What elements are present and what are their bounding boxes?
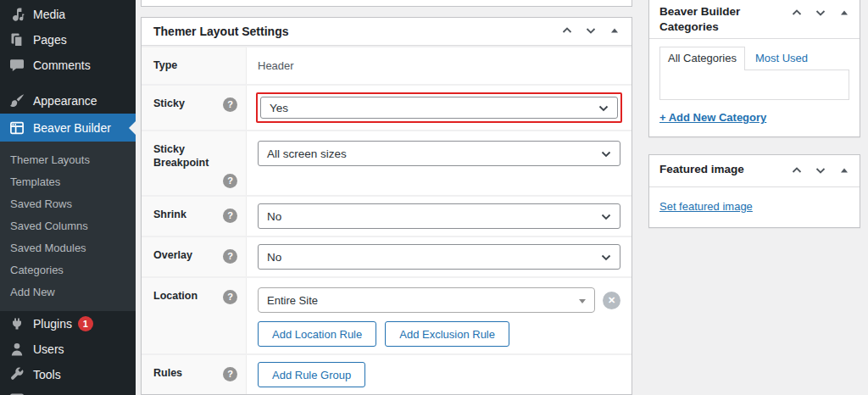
- beaver-builder-icon: [8, 120, 25, 136]
- sidebar-item-tools[interactable]: Tools: [0, 362, 136, 387]
- field-label: Location: [153, 290, 198, 303]
- add-location-rule-button[interactable]: Add Location Rule: [258, 321, 376, 347]
- location-select[interactable]: Entire Site: [258, 287, 595, 313]
- type-value-cell: Header: [247, 47, 632, 84]
- sidebar-item-label: Plugins: [33, 317, 72, 331]
- move-up-button[interactable]: [555, 20, 579, 42]
- bb-categories-metabox: Beaver Builder Categories All Categories…: [648, 0, 860, 137]
- metabox-header: Featured image: [649, 155, 860, 187]
- chevron-up-icon: [560, 24, 574, 40]
- collapse-toggle-button[interactable]: [832, 160, 856, 182]
- tab-most-used[interactable]: Most Used: [745, 47, 818, 70]
- comments-icon: [8, 57, 25, 74]
- chevron-down-icon: [814, 164, 827, 180]
- remove-location-icon[interactable]: ✕: [603, 292, 620, 309]
- location-row: Location ? Entire Site ✕ Add Location Ru…: [142, 276, 632, 353]
- selected-option: All screen sizes: [267, 147, 347, 160]
- rules-value-cell: Add Rule Group: [247, 355, 632, 394]
- previous-metabox-edge: [141, 0, 632, 7]
- field-label: Sticky: [153, 97, 185, 111]
- add-rule-group-button[interactable]: Add Rule Group: [258, 362, 365, 387]
- type-value: Header: [258, 54, 620, 77]
- right-sidebar-column: Beaver Builder Categories All Categories…: [648, 0, 860, 228]
- sidebar-item-pages[interactable]: Pages: [0, 27, 136, 53]
- overlay-select[interactable]: No: [258, 244, 620, 270]
- help-icon[interactable]: ?: [223, 209, 237, 223]
- category-list-box[interactable]: [659, 70, 849, 100]
- metabox-body: Set featured image: [649, 187, 860, 227]
- sidebar-subitem-saved-rows[interactable]: Saved Rows: [0, 192, 136, 214]
- sticky-value-cell: Yes: [247, 86, 632, 130]
- shrink-label-cell: Shrink ?: [142, 197, 247, 236]
- move-up-button[interactable]: [785, 160, 809, 182]
- add-exclusion-rule-button[interactable]: Add Exclusion Rule: [385, 321, 509, 347]
- help-icon[interactable]: ?: [223, 367, 237, 381]
- sidebar-item-users[interactable]: Users: [0, 337, 136, 362]
- help-icon[interactable]: ?: [223, 97, 237, 112]
- chevron-up-icon: [790, 6, 804, 22]
- plugins-icon: [8, 315, 25, 332]
- sidebar-subitem-saved-columns[interactable]: Saved Columns: [0, 214, 136, 236]
- sidebar-item-label: Appearance: [33, 94, 97, 108]
- help-icon[interactable]: ?: [223, 290, 237, 304]
- highlight-red-box: Yes: [256, 92, 622, 123]
- tab-all-categories[interactable]: All Categories: [659, 47, 745, 70]
- chevron-down-icon: [597, 102, 610, 118]
- set-featured-image-link[interactable]: Set featured image: [659, 200, 753, 213]
- sticky-breakpoint-row: Sticky Breakpoint ? All screen sizes: [142, 130, 632, 195]
- chevron-down-icon: [599, 210, 613, 226]
- menu-separator: [0, 78, 136, 88]
- shrink-select[interactable]: No: [258, 203, 620, 229]
- chevron-down-icon: [814, 6, 827, 22]
- triangle-up-icon: [839, 165, 849, 178]
- type-row: Type Header: [142, 46, 632, 84]
- sticky-breakpoint-select[interactable]: All screen sizes: [258, 141, 620, 166]
- shrink-value-cell: No: [247, 197, 632, 236]
- sidebar-subitem-templates[interactable]: Templates: [0, 170, 136, 192]
- metabox-title: Beaver Builder Categories: [659, 3, 785, 34]
- sidebar-item-settings[interactable]: Settings: [0, 387, 136, 395]
- sidebar-item-label: Tools: [33, 368, 61, 381]
- metabox-header: Themer Layout Settings: [142, 18, 632, 46]
- admin-sidebar: Media Pages Comments Appearance Beaver B…: [0, 0, 136, 395]
- chevron-down-icon: [584, 24, 598, 40]
- location-label-cell: Location ?: [142, 278, 247, 353]
- sidebar-subitem-saved-modules[interactable]: Saved Modules: [0, 236, 136, 259]
- chevron-down-icon: [599, 251, 613, 267]
- sidebar-item-appearance[interactable]: Appearance: [0, 88, 136, 114]
- selected-option: Entire Site: [267, 294, 318, 307]
- sticky-label-cell: Sticky ?: [142, 86, 247, 130]
- overlay-value-cell: No: [247, 237, 632, 276]
- triangle-up-icon: [609, 25, 620, 38]
- move-up-button[interactable]: [785, 3, 809, 25]
- triangle-down-icon: [579, 299, 586, 303]
- rules-label-cell: Rules ?: [142, 355, 247, 394]
- rules-row: Rules ? Add Rule Group: [142, 353, 632, 394]
- sidebar-subitem-categories[interactable]: Categories: [0, 259, 136, 281]
- sticky-select[interactable]: Yes: [260, 97, 618, 119]
- field-label: Sticky Breakpoint: [153, 143, 237, 170]
- move-down-button[interactable]: [809, 3, 832, 25]
- sidebar-item-media[interactable]: Media: [0, 2, 136, 27]
- collapse-toggle-button[interactable]: [832, 3, 856, 25]
- add-new-category-link[interactable]: + Add New Category: [659, 111, 766, 124]
- sidebar-item-beaver-builder[interactable]: Beaver Builder: [0, 114, 136, 142]
- help-icon[interactable]: ?: [223, 174, 237, 188]
- field-label: Type: [153, 59, 177, 73]
- move-down-button[interactable]: [579, 20, 603, 42]
- help-icon[interactable]: ?: [223, 249, 237, 264]
- field-label: Rules: [153, 367, 182, 381]
- triangle-up-icon: [839, 8, 849, 20]
- sidebar-item-comments[interactable]: Comments: [0, 53, 136, 78]
- chevron-down-icon: [599, 147, 613, 164]
- sidebar-subitem-add-new[interactable]: Add New: [0, 281, 136, 303]
- overlay-label-cell: Overlay ?: [142, 237, 247, 276]
- move-down-button[interactable]: [809, 160, 832, 182]
- metabox-title: Themer Layout Settings: [153, 18, 555, 45]
- sidebar-item-label: Beaver Builder: [33, 121, 111, 135]
- sidebar-item-plugins[interactable]: Plugins 1: [0, 311, 136, 337]
- sidebar-subitem-themer-layouts[interactable]: Themer Layouts: [0, 148, 136, 170]
- field-label: Overlay: [153, 249, 192, 263]
- selected-option: Yes: [270, 102, 288, 114]
- collapse-toggle-button[interactable]: [603, 20, 626, 42]
